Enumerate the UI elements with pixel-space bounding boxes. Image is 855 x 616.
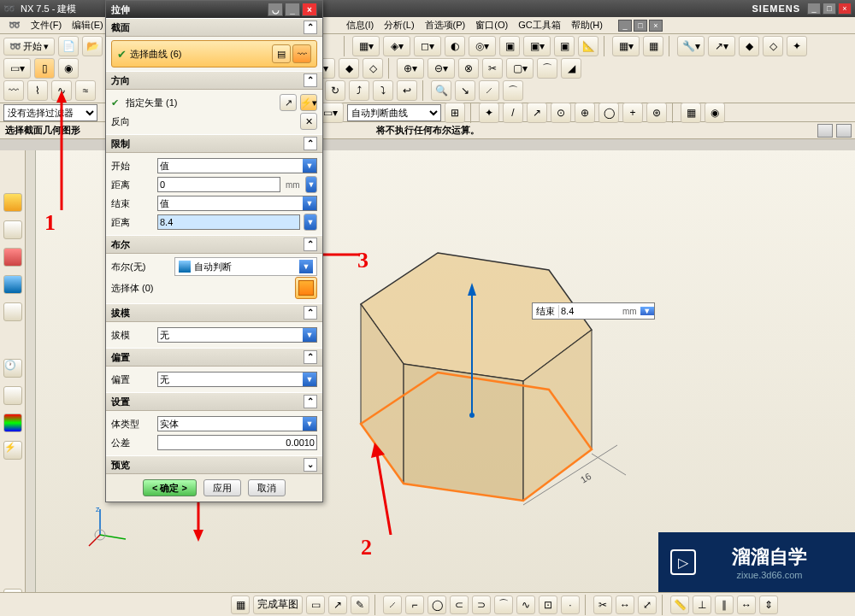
menu-window[interactable]: 窗口(O) [475, 19, 508, 32]
curve1-icon[interactable]: 〰 [3, 80, 24, 101]
sub-icon[interactable]: ⊖▾ [428, 58, 455, 79]
sk-b19-icon[interactable]: ↔ [737, 595, 756, 614]
collapse-icon[interactable]: ⌃ [304, 350, 317, 364]
sk-b17-icon[interactable]: ⊥ [693, 595, 711, 614]
op2-icon[interactable]: ◇ [363, 58, 383, 79]
section-header-offset[interactable]: 偏置 ⌃ [106, 348, 322, 367]
tool5-icon[interactable]: ✦ [787, 36, 807, 56]
tolerance-input[interactable] [157, 435, 317, 450]
layer-icon[interactable]: ▦▾ [352, 36, 380, 56]
sk2-icon[interactable]: ⤴ [349, 80, 369, 101]
tool4-icon[interactable]: ◇ [763, 36, 783, 56]
sketch-section-icon[interactable]: ▤ [272, 44, 291, 63]
curve4-icon[interactable]: ≈ [75, 80, 96, 101]
section-header-preview[interactable]: 预览 ⌄ [106, 455, 322, 474]
reverse-direction-icon[interactable]: ✕ [300, 113, 317, 130]
boolean-mode-dropdown[interactable]: 自动判断▼ [174, 257, 317, 276]
start-type-dropdown[interactable]: 值▼ [157, 158, 317, 173]
collapse-icon[interactable]: ⌃ [304, 306, 317, 320]
section-header-draft[interactable]: 拔模 ⌃ [106, 303, 322, 322]
sk3-icon[interactable]: ⤵ [373, 80, 393, 101]
dialog-collapse-button[interactable]: ◡ [268, 3, 283, 16]
snap1-icon[interactable]: ✦ [479, 103, 499, 123]
tool-icon[interactable]: 🔧▾ [677, 36, 705, 56]
sk-b9-icon[interactable]: ⌒ [494, 595, 513, 614]
section-header-settings[interactable]: 设置 ⌃ [106, 392, 322, 411]
box-icon[interactable]: ◻▾ [414, 36, 441, 56]
select-curve-row[interactable]: ✔ 选择曲线 (6) ▤ 〰 [111, 40, 317, 67]
sk-b11-icon[interactable]: ⊡ [539, 595, 557, 614]
sk-b4-icon[interactable]: ⟋ [383, 595, 402, 614]
sk1-icon[interactable]: ↻ [325, 80, 345, 101]
draft-dropdown[interactable]: 无▼ [157, 327, 317, 343]
select-body-icon[interactable] [295, 277, 317, 299]
snap8-icon[interactable]: ⊛ [646, 103, 667, 123]
sk-b1-icon[interactable]: ▭ [306, 595, 325, 614]
dialog-close-button[interactable]: × [302, 3, 317, 16]
curve2-icon[interactable]: ⌇ [27, 80, 48, 101]
menu-help[interactable]: 帮助(H) [571, 19, 603, 32]
sk-b5-icon[interactable]: ⌐ [405, 595, 424, 614]
section-header-direction[interactable]: 方向 ⌃ [106, 71, 322, 90]
collapse-icon[interactable]: ⌃ [304, 395, 317, 408]
unite-icon[interactable]: ⊕▾ [397, 58, 424, 79]
shade-icon[interactable]: ◐ [445, 36, 465, 56]
new-icon[interactable]: 📄 [58, 36, 79, 56]
open-icon[interactable]: 📂 [82, 36, 103, 56]
tool3-icon[interactable]: ◆ [739, 36, 759, 56]
snap10-icon[interactable]: ◉ [705, 103, 725, 123]
snap9-icon[interactable]: ▦ [681, 103, 701, 123]
finish-sketch-icon[interactable]: 完成草图 [253, 595, 303, 614]
sk-b15-icon[interactable]: ⤢ [638, 595, 657, 614]
collapse-icon[interactable]: ⌃ [304, 73, 317, 87]
menu-analysis[interactable]: 分析(L) [384, 19, 414, 32]
measure-icon[interactable]: 📐 [578, 36, 598, 56]
snap-grid-icon[interactable]: ⊞ [445, 103, 465, 123]
menu-pref[interactable]: 首选项(P) [425, 19, 466, 32]
dialog-titlebar[interactable]: 拉伸 ◡ _ × [106, 1, 322, 18]
sk5-icon[interactable]: 🔍 [431, 80, 451, 101]
doc-restore-button[interactable]: □ [634, 20, 647, 32]
view-mode-icon[interactable] [817, 124, 833, 138]
sk-b14-icon[interactable]: ↔ [616, 595, 634, 614]
sk-b10-icon[interactable]: ∿ [516, 595, 535, 614]
sk-b12-icon[interactable]: · [561, 595, 580, 614]
curve-icon[interactable]: 〰 [292, 44, 311, 63]
vector-constructor-icon[interactable]: ⚡▾ [300, 94, 317, 111]
start-dropdown[interactable]: ➿开始 ▾ [3, 38, 55, 56]
start-distance-input[interactable] [157, 177, 280, 192]
menu-info[interactable]: 信息(I) [346, 19, 374, 32]
vector-dialog-icon[interactable]: ↗ [280, 94, 297, 111]
close-button[interactable]: × [838, 3, 852, 15]
sk-b8-icon[interactable]: ⊃ [472, 595, 491, 614]
view-mode2-icon[interactable] [836, 124, 852, 138]
cube1-icon[interactable]: ▣ [499, 36, 520, 56]
maximize-button[interactable]: □ [823, 3, 836, 15]
sk-b18-icon[interactable]: ∥ [715, 595, 734, 614]
snap2-icon[interactable]: / [503, 103, 523, 123]
help-icon[interactable] [3, 302, 22, 321]
snap5-icon[interactable]: ⊕ [575, 103, 595, 123]
menu-edit[interactable]: 编辑(E) [72, 19, 103, 32]
sk8-icon[interactable]: ⌒ [503, 80, 523, 101]
sk-b20-icon[interactable]: ⇕ [759, 595, 778, 614]
cancel-button[interactable]: 取消 [248, 479, 286, 496]
left-scrollbar[interactable] [26, 150, 36, 601]
end-distance-dropdown-icon[interactable]: ▼ [304, 214, 317, 231]
body-type-dropdown[interactable]: 实体▼ [157, 416, 317, 431]
assy-navigator-icon[interactable] [3, 220, 22, 239]
chamfer-icon[interactable]: ◢ [561, 58, 581, 79]
selection-filter-dropdown[interactable]: 没有选择过滤器 [3, 104, 97, 121]
offset-dropdown[interactable]: 无▼ [157, 372, 317, 387]
grid-icon[interactable]: ▦ [231, 595, 250, 614]
extrude-icon[interactable]: ▯ [34, 58, 55, 79]
clock-icon[interactable]: 🕐 [3, 359, 22, 378]
app-menu-icon[interactable]: ➿ [9, 20, 21, 31]
trim-icon[interactable]: ✂ [482, 58, 503, 79]
snap4-icon[interactable]: ⊙ [551, 103, 571, 123]
doc-close-button[interactable]: × [649, 20, 663, 32]
roles-icon[interactable] [3, 275, 22, 294]
bolt-icon[interactable]: ⚡ [3, 441, 22, 460]
minimize-button[interactable]: _ [807, 3, 821, 15]
int-icon[interactable]: ⊗ [458, 58, 479, 79]
